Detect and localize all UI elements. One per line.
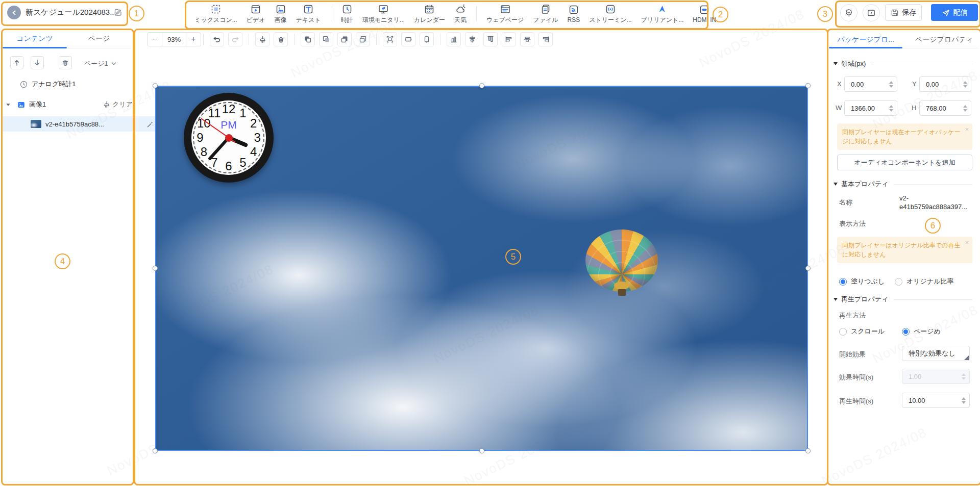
selection-handle[interactable] <box>479 448 484 453</box>
zoom-level: 93% <box>162 33 186 46</box>
send-backward-button[interactable] <box>319 32 333 46</box>
selection-handle[interactable] <box>153 448 158 453</box>
y-value: 0.00 <box>926 81 939 88</box>
layer-item-image-group[interactable]: 画像1 クリア <box>0 97 137 112</box>
clear-action[interactable]: クリア <box>103 100 133 109</box>
ratio-warning-banner: 同期プレイヤーはオリジナル比率での再生に対応しません × <box>837 237 972 263</box>
align-top-button[interactable] <box>483 32 498 46</box>
h-input[interactable]: 768.00 <box>919 100 971 116</box>
layer-item-label: アナログ時計1 <box>32 80 76 89</box>
selection-handle[interactable] <box>479 83 484 88</box>
play-section-header[interactable]: 再生プロパティ <box>834 295 972 304</box>
move-up-button[interactable] <box>10 56 23 69</box>
bring-to-front-button[interactable] <box>337 32 352 46</box>
selection-handle[interactable] <box>805 266 811 271</box>
component-environment-monitor[interactable]: 環境モニタリ... <box>362 4 405 24</box>
active-tab-underline <box>829 47 902 48</box>
align-horizontal-center-button[interactable] <box>465 32 479 46</box>
back-button[interactable] <box>7 6 21 19</box>
bring-forward-button[interactable] <box>301 32 315 46</box>
stretch-height-button[interactable] <box>420 32 434 46</box>
component-label: RSS <box>567 16 580 23</box>
component-streaming[interactable]: ストリーミン... <box>589 4 631 24</box>
stretch-width-button[interactable] <box>401 32 415 46</box>
layer-item-analog-clock[interactable]: アナログ時計1 <box>0 76 151 92</box>
component-mix-content[interactable]: ミックスコン... <box>194 4 237 24</box>
magic-wand-action[interactable] <box>146 120 154 128</box>
component-file[interactable]: ファイル <box>533 4 558 24</box>
save-button[interactable]: 保存 <box>885 4 922 21</box>
delete-item-button[interactable] <box>59 56 72 69</box>
watermark-text: NovoDS 2024/08 <box>819 424 930 486</box>
preview-button[interactable] <box>863 4 880 21</box>
stepper-arrows[interactable] <box>889 77 893 91</box>
component-rss[interactable]: RSS <box>567 4 580 23</box>
region-section-header[interactable]: 領域(px) <box>834 59 972 68</box>
radio-unselected-icon[interactable] <box>895 278 902 286</box>
w-input[interactable]: 1366.00 <box>844 100 897 116</box>
clear-canvas-button[interactable] <box>255 32 270 46</box>
component-image[interactable]: 画像 <box>275 4 287 24</box>
align-right-button[interactable] <box>538 32 553 46</box>
align-bottom-button[interactable] <box>447 32 461 46</box>
redo-button[interactable] <box>228 32 242 46</box>
stepper-arrows[interactable] <box>962 393 966 407</box>
tab-package-properties[interactable]: パッケージプロ... <box>829 31 902 48</box>
component-webpage[interactable]: ウェブページ <box>486 4 524 24</box>
annotation-label-2: 2 <box>713 7 728 22</box>
name-label: 名称 <box>839 198 852 207</box>
selection-handle[interactable] <box>805 83 811 88</box>
component-video[interactable]: ビデオ <box>247 4 265 24</box>
delete-button[interactable] <box>274 32 288 46</box>
send-to-back-button[interactable] <box>356 32 370 46</box>
undo-button[interactable] <box>210 32 224 46</box>
fit-screen-button[interactable] <box>383 32 397 46</box>
y-input[interactable]: 0.00 <box>919 76 971 92</box>
text-icon <box>303 4 314 15</box>
selection-handle[interactable] <box>805 448 811 453</box>
component-calendar[interactable]: カレンダー <box>414 4 445 24</box>
send-icon <box>942 9 950 17</box>
edit-title-icon[interactable] <box>113 7 123 17</box>
start-effect-select[interactable]: 特別な効果なし <box>902 346 970 361</box>
radio-fill[interactable]: 塗りつぶし <box>839 277 885 286</box>
component-weather[interactable]: 天気 <box>454 4 467 24</box>
component-brilliant[interactable]: ブリリアント... <box>641 4 684 24</box>
align-left-button[interactable] <box>502 32 516 46</box>
selection-handle[interactable] <box>153 266 158 271</box>
chevron-left-icon <box>11 10 17 16</box>
basic-section-header[interactable]: 基本プロパティ <box>834 180 972 189</box>
tab-page-properties[interactable]: ページプロパティ <box>914 31 975 48</box>
radio-label: オリジナル比率 <box>906 277 954 286</box>
tips-button[interactable] <box>840 4 857 21</box>
add-audio-component-button[interactable]: オーディオコンポーネントを追加 <box>837 155 972 170</box>
stepper-arrows[interactable] <box>889 101 893 115</box>
selection-handle[interactable] <box>153 83 158 88</box>
publish-button[interactable]: 配信 <box>931 4 978 21</box>
stepper-arrows[interactable] <box>963 101 967 115</box>
tab-contents[interactable]: コンテンツ <box>3 30 67 47</box>
layer-item-image-selected[interactable]: v2-e41b5759ac88... <box>2 116 158 132</box>
page-selector[interactable]: ページ1 <box>84 59 116 68</box>
component-clock[interactable]: 時計 <box>341 4 353 24</box>
close-icon[interactable]: × <box>965 126 969 133</box>
close-icon[interactable]: × <box>965 240 969 246</box>
component-text[interactable]: テキスト <box>296 4 321 24</box>
radio-paging[interactable]: ページめ <box>902 327 941 336</box>
zoom-in-button[interactable]: + <box>186 33 201 46</box>
radio-unselected-icon[interactable] <box>839 328 847 336</box>
radio-scroll[interactable]: スクロール <box>839 327 885 336</box>
tab-pages[interactable]: ページ <box>67 30 131 47</box>
move-down-button[interactable] <box>31 56 44 69</box>
analog-clock-widget[interactable]: 1 2 3 4 5 6 7 8 9 10 11 12 PM <box>184 93 274 183</box>
name-value-line: e41b5759ac888a397... <box>899 202 973 211</box>
x-input[interactable]: 0.00 <box>844 76 897 92</box>
radio-selected-icon[interactable] <box>902 328 910 336</box>
align-vertical-center-button[interactable] <box>520 32 534 46</box>
stepper-arrows[interactable] <box>963 77 967 91</box>
zoom-out-button[interactable]: − <box>148 33 162 46</box>
play-time-input[interactable]: 10.00 <box>902 393 970 408</box>
radio-selected-icon[interactable] <box>839 278 847 286</box>
x-value: 0.00 <box>851 81 864 88</box>
radio-original-ratio[interactable]: オリジナル比率 <box>895 277 954 286</box>
